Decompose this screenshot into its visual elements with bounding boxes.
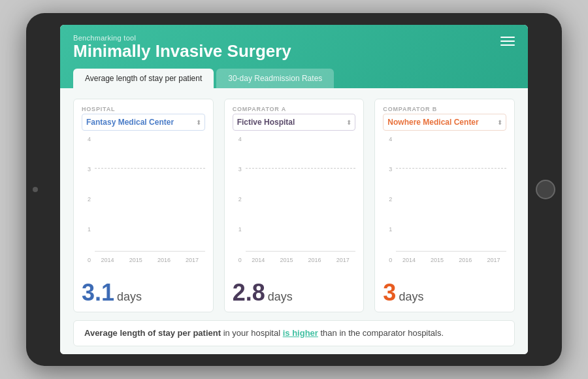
comparator-a-y-axis: 4 3 2 1 0 — [233, 136, 242, 263]
hamburger-line-1 — [500, 37, 515, 38]
screen: Benchmarking tool Minimally Invasive Sur… — [60, 25, 528, 354]
panel-comparator-b-label: COMPARATOR B — [383, 106, 506, 112]
panel-comparator-a: COMPARATOR A Fictive Hospital ⬍ 4 3 2 1 — [224, 99, 365, 312]
comparator-a-chart-area: 4 3 2 1 0 2014 — [233, 136, 356, 275]
comparator-a-summary: 2.8 days — [233, 279, 356, 306]
bar-group-2015-hospital: 2015 — [123, 255, 148, 263]
bar-group-2014-b: 2014 — [396, 255, 421, 263]
comparator-b-select-wrapper: Nowhere Medical Center ⬍ — [383, 114, 506, 131]
comparator-a-select-wrapper: Fictive Hospital ⬍ — [233, 114, 356, 131]
header: Benchmarking tool Minimally Invasive Sur… — [60, 25, 528, 88]
y-label-1: 1 — [82, 226, 91, 233]
bar-group-2017-b: 2017 — [481, 255, 506, 263]
bar-group-2014-hospital: 2014 — [95, 255, 120, 263]
bar-group-2016-hospital: 2016 — [151, 255, 176, 263]
bottom-note-higher: is higher — [283, 328, 318, 338]
hospital-select[interactable]: Fantasy Medical Center — [82, 114, 205, 131]
bar-label-2014-hospital: 2014 — [101, 257, 114, 263]
hospital-bars: 2014 2015 2016 — [95, 136, 205, 263]
y-label-0: 0 — [82, 257, 91, 263]
bar-group-2015-b: 2015 — [425, 255, 450, 263]
y-label-3: 3 — [82, 166, 91, 173]
bar-group-2017-a: 2017 — [330, 255, 355, 263]
dashed-line-hospital — [95, 168, 205, 169]
bar-group-2017-hospital: 2017 — [180, 255, 205, 263]
tab-avg-length[interactable]: Average length of stay per patient — [73, 69, 214, 88]
charts-row: HOSPITAL Fantasy Medical Center ⬍ 4 3 2 … — [73, 99, 515, 312]
hospital-summary: 3.1 days — [82, 279, 205, 306]
dashed-line-comparator-b — [396, 168, 506, 169]
bottom-note-part2: in your hospital — [221, 328, 283, 338]
tablet-button-right — [536, 180, 555, 199]
bottom-note-bold: Average length of stay per patient — [84, 328, 221, 338]
comparator-b-y-axis: 4 3 2 1 0 — [383, 136, 392, 263]
y-label-4: 4 — [82, 136, 91, 142]
comparator-b-summary-unit: days — [399, 290, 423, 304]
hospital-select-wrapper: Fantasy Medical Center ⬍ — [82, 114, 205, 131]
bar-label-2016-hospital: 2016 — [157, 257, 171, 263]
comparator-a-summary-number: 2.8 — [233, 279, 265, 306]
x-axis-comparator-b — [396, 251, 506, 252]
comparator-b-summary: 3 days — [383, 279, 506, 306]
header-text: Benchmarking tool Minimally Invasive Sur… — [73, 34, 291, 61]
bar-group-2016-a: 2016 — [302, 255, 327, 263]
main-title: Minimally Invasive Surgery — [73, 42, 291, 61]
comparator-b-chart-area: 4 3 2 1 0 2014 — [383, 136, 506, 275]
dashed-line-comparator-a — [246, 168, 356, 169]
comparator-a-summary-unit: days — [268, 290, 293, 304]
bar-group-2014-a: 2014 — [246, 255, 271, 263]
tab-readmission[interactable]: 30-day Readmission Rates — [216, 69, 334, 88]
bar-label-2017-hospital: 2017 — [186, 257, 199, 263]
bottom-note-part4: than in the comparator hospitals. — [318, 328, 444, 338]
panel-hospital: HOSPITAL Fantasy Medical Center ⬍ 4 3 2 … — [73, 99, 214, 312]
bar-group-2015-a: 2015 — [274, 255, 299, 263]
hospital-y-axis: 4 3 2 1 0 — [82, 136, 91, 263]
tablet-button-left — [33, 187, 38, 192]
panel-hospital-label: HOSPITAL — [82, 106, 205, 112]
main-content: HOSPITAL Fantasy Medical Center ⬍ 4 3 2 … — [60, 88, 528, 354]
hamburger-menu-icon[interactable] — [500, 37, 515, 46]
hospital-summary-unit: days — [117, 290, 142, 304]
x-axis-hospital — [95, 251, 205, 252]
x-axis-comparator-a — [246, 251, 356, 252]
y-label-2: 2 — [82, 196, 91, 203]
comparator-b-summary-number: 3 — [383, 279, 396, 306]
hospital-chart-area: 4 3 2 1 0 2014 — [82, 136, 205, 275]
comparator-b-select[interactable]: Nowhere Medical Center — [383, 114, 506, 131]
comparator-a-bars: 2014 2015 2016 — [246, 136, 356, 263]
hamburger-line-3 — [500, 44, 515, 46]
comparator-a-select[interactable]: Fictive Hospital — [233, 114, 356, 131]
bottom-note: Average length of stay per patient in yo… — [73, 320, 515, 346]
hamburger-line-2 — [500, 41, 515, 42]
tablet-frame: Benchmarking tool Minimally Invasive Sur… — [26, 13, 562, 366]
panel-comparator-a-label: COMPARATOR A — [233, 106, 356, 112]
tabs-row: Average length of stay per patient 30-da… — [73, 69, 515, 88]
bar-label-2015-hospital: 2015 — [129, 257, 142, 263]
bar-group-2016-b: 2016 — [453, 255, 478, 263]
panel-comparator-b: COMPARATOR B Nowhere Medical Center ⬍ 4 … — [374, 99, 515, 312]
comparator-b-bars: 2014 2015 2016 — [396, 136, 506, 263]
hospital-summary-number: 3.1 — [82, 279, 114, 306]
